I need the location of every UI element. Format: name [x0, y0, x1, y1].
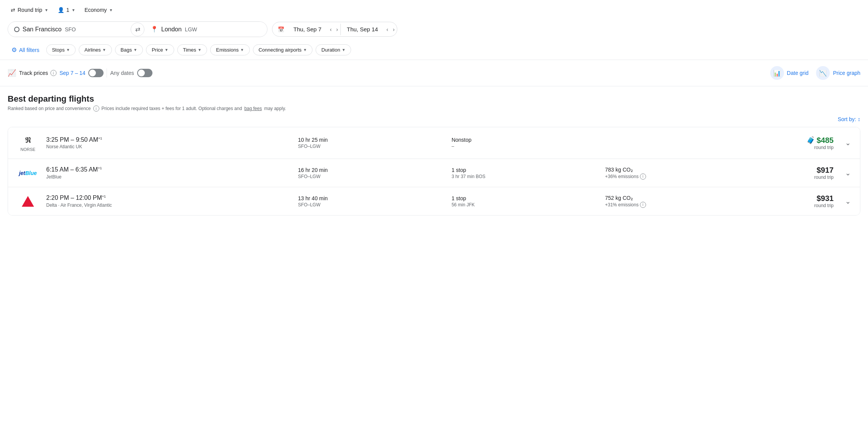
emissions-info-1[interactable]: i	[640, 173, 646, 180]
bags-filter-button[interactable]: Bags ▼	[115, 44, 143, 55]
date-grid-icon-wrap: 📊	[770, 66, 784, 80]
class-chevron: ▼	[109, 8, 113, 12]
route-1: SFO–LGW	[298, 174, 445, 179]
duration-label: Duration	[321, 47, 340, 53]
norse-airline-label: NORSE	[20, 147, 35, 152]
connecting-airports-filter-button[interactable]: Connecting airports ▼	[253, 44, 313, 55]
origin-text: San Francisco SFO	[23, 26, 76, 33]
flight-duration-0: 10 hr 25 min SFO–LGW	[298, 137, 445, 149]
time-range-2: 2:20 PM – 12:00 PM+1	[46, 194, 292, 201]
flight-stops-2: 1 stop 56 min JFK	[452, 195, 599, 207]
flight-row[interactable]: 𝕹 NORSE 3:25 PM – 9:50 AM+1 Norse Atlant…	[8, 127, 860, 159]
duration-filter-button[interactable]: Duration ▼	[316, 44, 351, 55]
track-prices-icon: 📈	[8, 69, 16, 77]
flight-row[interactable]: 2:20 PM – 12:00 PM+1 Delta · Air France,…	[8, 187, 860, 215]
airline-logo-norse: 𝕹 NORSE	[16, 134, 40, 152]
all-filters-button[interactable]: ⚙ All filters	[8, 44, 43, 56]
time-range-1: 6:15 AM – 6:35 AM+1	[46, 166, 292, 173]
destination-code: LGW	[185, 26, 197, 32]
price-graph-label: Price graph	[833, 70, 860, 76]
round-trip-button[interactable]: ⇄ Round trip ▼	[8, 5, 52, 15]
date-grid-icon: 📊	[773, 70, 781, 77]
price-type-2: round trip	[795, 203, 834, 208]
flight-duration-1: 16 hr 20 min SFO–LGW	[298, 167, 445, 179]
flight-stops-1: 1 stop 3 hr 37 min BOS	[452, 167, 599, 179]
jetblue-text: jetBlue	[19, 170, 37, 176]
flight-emissions-2: 752 kg CO₂ +31% emissions i	[605, 195, 789, 208]
flight-emissions-0	[605, 143, 789, 143]
swap-button[interactable]: ⇄	[131, 23, 144, 36]
airlines-filter-button[interactable]: Airlines ▼	[79, 44, 112, 55]
time-range-0: 3:25 PM – 9:50 AM+1	[46, 136, 292, 143]
return-next-button[interactable]: ›	[390, 23, 397, 36]
sort-by-button[interactable]: Sort by: ↕	[838, 116, 860, 122]
flight-stops-0: Nonstop –	[452, 137, 599, 149]
return-date: Thu, Sep 14	[347, 26, 378, 32]
price-graph-button[interactable]: 📉 Price graph	[816, 66, 860, 80]
track-tools: 📊 Date grid 📉 Price graph	[770, 66, 860, 80]
any-dates-toggle[interactable]	[137, 69, 152, 77]
emissions-info-2[interactable]: i	[640, 202, 646, 208]
bags-label: Bags	[121, 47, 132, 53]
class-label: Economy	[84, 7, 107, 13]
stops-filter-button[interactable]: Stops ▼	[46, 44, 76, 55]
destination-city: London	[161, 26, 181, 32]
return-prev-button[interactable]: ‹	[384, 23, 390, 36]
track-bar: 📈 Track prices i Sep 7 – 14 Any dates 📊 …	[0, 60, 868, 86]
expand-button-2[interactable]: ⌄	[844, 196, 852, 207]
depart-next-button[interactable]: ›	[334, 23, 340, 36]
flight-times-2: 2:20 PM – 12:00 PM+1 Delta · Air France,…	[46, 194, 292, 207]
price-amount-0: $485	[816, 136, 834, 145]
emissions-detail-2: +31% emissions i	[605, 202, 789, 208]
price-graph-icon: 📉	[819, 70, 827, 77]
search-bar: San Francisco SFO ⇄ 📍 London LGW 📅 Thu, …	[0, 18, 868, 40]
sort-by-label: Sort by:	[838, 116, 856, 122]
price-filter-button[interactable]: Price ▼	[146, 44, 174, 55]
flight-price-0: 🧳 $485 round trip	[795, 136, 834, 150]
origin-input[interactable]: San Francisco SFO	[8, 22, 131, 37]
emissions-filter-button[interactable]: Emissions ▼	[210, 44, 249, 55]
airline-full-1: JetBlue	[46, 174, 292, 180]
passengers-chevron: ▼	[71, 8, 75, 12]
sort-icon: ↕	[858, 116, 860, 122]
duration-chevron: ▼	[342, 48, 345, 52]
date-grid-button[interactable]: 📊 Date grid	[770, 66, 809, 80]
toggle-thumb	[89, 70, 96, 76]
depart-prev-button[interactable]: ‹	[327, 23, 334, 36]
expand-button-0[interactable]: ⌄	[844, 137, 852, 149]
times-filter-button[interactable]: Times ▼	[177, 44, 207, 55]
jetblue-icon: jetBlue	[22, 167, 34, 179]
emissions-chevron: ▼	[240, 48, 244, 52]
any-dates-label: Any dates	[110, 70, 134, 76]
emissions-1: 783 kg CO₂	[605, 167, 789, 173]
expand-button-1[interactable]: ⌄	[844, 167, 852, 179]
plus-days-1: +1	[98, 166, 102, 170]
price-chevron: ▼	[165, 48, 168, 52]
passengers-button[interactable]: 👤 1 ▼	[55, 5, 79, 15]
return-date-field[interactable]: Thu, Sep 14	[341, 22, 384, 36]
flight-row[interactable]: jetBlue 6:15 AM – 6:35 AM+1 JetBlue 16 h…	[8, 159, 860, 187]
delta-icon	[22, 195, 34, 207]
airline-full-2: Delta · Air France, Virgin Atlantic	[46, 203, 292, 208]
airline-logo-jetblue: jetBlue	[16, 167, 40, 179]
route-2: SFO–LGW	[298, 202, 445, 207]
origin-city: San Francisco	[23, 26, 62, 32]
bag-fees-link[interactable]: bag fees	[244, 106, 262, 111]
origin-circle-icon	[14, 27, 19, 32]
emissions-2: 752 kg CO₂	[605, 195, 789, 201]
track-prices-section: 📈 Track prices i Sep 7 – 14 Any dates	[8, 68, 764, 78]
track-prices-toggle[interactable]	[88, 69, 104, 77]
destination-input[interactable]: 📍 London LGW	[144, 22, 267, 37]
norse-icon: 𝕹	[22, 134, 34, 146]
subtitle-info-icon[interactable]: i	[93, 105, 99, 112]
duration-0: 10 hr 25 min	[298, 137, 445, 143]
emissions-label: Emissions	[216, 47, 238, 53]
depart-date-field[interactable]: Thu, Sep 7	[287, 22, 327, 36]
subtitle-text: Ranked based on price and convenience	[8, 106, 91, 111]
may-apply-text: may apply.	[264, 106, 286, 111]
track-info-icon[interactable]: i	[50, 70, 57, 76]
pricing-note: Prices include required taxes + fees for…	[102, 106, 242, 111]
airlines-chevron: ▼	[102, 48, 106, 52]
class-button[interactable]: Economy ▼	[81, 5, 116, 15]
flight-times-0: 3:25 PM – 9:50 AM+1 Norse Atlantic UK	[46, 136, 292, 149]
